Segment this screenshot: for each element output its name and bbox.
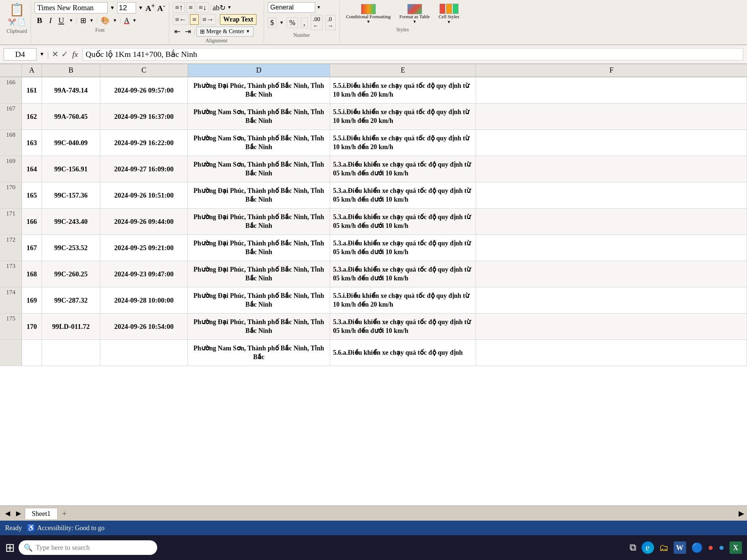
cell-f[interactable] [476, 261, 747, 287]
cell-b[interactable]: 99C-287.32 [42, 287, 100, 313]
cell-e[interactable]: 5.5.i.Điều khiển xe chạy quá tốc độ quy … [330, 287, 476, 313]
cell-f[interactable] [476, 340, 747, 366]
cell-d[interactable]: Phường Nam Sơn, Thành phố Bắc Ninh, Tỉnh… [188, 104, 330, 129]
cell-f[interactable] [476, 209, 747, 234]
cond-format-dropdown[interactable]: ▼ [366, 19, 370, 24]
cell-c[interactable]: 2024-09-26 09:44:00 [100, 209, 188, 234]
cell-d[interactable]: Phường Đại Phúc, Thành phố Bắc Ninh, Tỉn… [188, 314, 330, 339]
cell-f[interactable] [476, 77, 747, 103]
cell-c[interactable]: 2024-09-26 10:51:00 [100, 182, 188, 208]
cell-b[interactable]: 99C-260.25 [42, 261, 100, 287]
font-name-input[interactable] [35, 2, 108, 13]
cell-b[interactable]: 99C-040.09 [42, 130, 100, 156]
taskbar-edge-icon[interactable]: e [642, 541, 654, 554]
indent-increase-icon[interactable]: ⇥ [183, 26, 193, 36]
cell-b[interactable]: 99C-156.91 [42, 156, 100, 182]
cell-reference-input[interactable] [4, 48, 36, 61]
italic-button[interactable]: I [47, 15, 54, 26]
cell-c[interactable]: 2024-09-26 09:57:00 [100, 77, 188, 103]
formula-input[interactable] [82, 48, 743, 61]
copy-button[interactable]: 📄 [18, 18, 26, 26]
add-sheet-button[interactable]: + [59, 508, 70, 519]
taskbar-app1-icon[interactable]: 🔵 [691, 542, 703, 553]
cell-c[interactable]: 2024-09-29 16:37:00 [100, 104, 188, 129]
underline-button[interactable]: U [57, 15, 66, 26]
col-header-e[interactable]: E [330, 64, 476, 77]
orientation-dropdown-icon[interactable]: ▼ [227, 5, 232, 10]
underline-dropdown-icon[interactable]: ▼ [69, 18, 73, 23]
cell-b[interactable] [42, 340, 100, 366]
fill-color-button[interactable]: 🎨 [101, 16, 110, 25]
cell-b[interactable]: 99C-157.36 [42, 182, 100, 208]
cell-c[interactable]: 2024-09-26 10:54:00 [100, 314, 188, 339]
col-header-a[interactable]: A [22, 64, 42, 77]
orientation-button[interactable]: ab↻ [213, 3, 226, 12]
search-bar[interactable]: 🔍 Type here to search [19, 540, 157, 555]
scrollbar-right[interactable]: ▶ [739, 509, 744, 518]
font-color-button[interactable]: A [124, 16, 129, 25]
number-format-input[interactable] [268, 2, 315, 13]
cell-c[interactable]: 2024-09-28 10:00:00 [100, 287, 188, 313]
cell-a[interactable]: 163 [22, 130, 42, 156]
cell-d[interactable]: Phường Nam Sơn, Thành phố Bắc Ninh, Tỉnh… [188, 130, 330, 156]
cell-d[interactable]: Phường Đại Phúc, Thành phố Bắc Ninh, Tỉn… [188, 235, 330, 261]
cell-d[interactable]: Phường Đại Phúc, Thành phố Bắc Ninh, Tỉn… [188, 287, 330, 313]
increase-font-icon[interactable]: A+ [146, 2, 155, 13]
align-right-icon[interactable]: ≡→ [200, 14, 216, 25]
cell-d[interactable]: Phường Đại Phúc, Thành phố Bắc Ninh, Tỉn… [188, 77, 330, 103]
cell-b[interactable]: 99C-253.52 [42, 235, 100, 261]
cell-f[interactable] [476, 314, 747, 339]
align-center-icon[interactable]: ≡ [190, 14, 198, 25]
cancel-formula-icon[interactable]: ✕ [52, 50, 58, 59]
cell-d[interactable]: Phường Đại Phúc, Thành phố Bắc Ninh, Tỉn… [188, 261, 330, 287]
cell-f[interactable] [476, 182, 747, 208]
font-color-dropdown-icon[interactable]: ▼ [132, 18, 137, 23]
cell-a[interactable]: 169 [22, 287, 42, 313]
taskbar-word-icon[interactable]: W [674, 541, 686, 554]
cell-a[interactable]: 164 [22, 156, 42, 182]
cell-a[interactable]: 170 [22, 314, 42, 339]
cell-d[interactable]: Phường Nam Sơn, Thành phố Bắc Ninh, Tỉnh… [188, 340, 330, 366]
currency-button[interactable]: $ [268, 18, 276, 28]
cell-b[interactable]: 99LD-011.72 [42, 314, 100, 339]
cell-d[interactable]: Phường Đại Phúc, Thành phố Bắc Ninh, Tỉn… [188, 209, 330, 234]
format-table-dropdown[interactable]: ▼ [413, 19, 417, 24]
taskbar-task-view-icon[interactable]: ⧉ [630, 542, 636, 553]
paste-button[interactable]: 📋 [9, 2, 24, 17]
cell-c[interactable]: 2024-09-27 16:09:00 [100, 156, 188, 182]
cell-f[interactable] [476, 287, 747, 313]
indent-decrease-icon[interactable]: ⇤ [173, 26, 182, 36]
wrap-text-button[interactable]: Wrap Text [220, 14, 256, 25]
increase-decimal-button[interactable]: .00← [311, 15, 322, 30]
decrease-decimal-button[interactable]: .0→ [325, 15, 336, 30]
font-size-input[interactable] [117, 2, 136, 13]
col-header-f[interactable]: F [476, 64, 747, 77]
cell-e[interactable]: 5.6.a.Điều khiển xe chạy quá tốc độ quy … [330, 340, 476, 366]
cell-e[interactable]: 5.5.i.Điều khiển xe chạy quá tốc độ quy … [330, 77, 476, 103]
cell-c[interactable]: 2024-09-25 09:21:00 [100, 235, 188, 261]
cell-a[interactable]: 166 [22, 209, 42, 234]
cell-a[interactable]: 167 [22, 235, 42, 261]
merge-center-button[interactable]: ⊞ Merge & Center ▼ [197, 27, 253, 36]
sheet-tab-sheet1[interactable]: Sheet1 [25, 508, 58, 519]
name-box-dropdown[interactable]: ▼ [39, 51, 44, 57]
align-left-icon[interactable]: ≡← [173, 14, 189, 25]
cell-c[interactable] [100, 340, 188, 366]
cell-a[interactable]: 162 [22, 104, 42, 129]
cell-a[interactable] [22, 340, 42, 366]
cell-f[interactable] [476, 130, 747, 156]
col-header-b[interactable]: B [42, 64, 100, 77]
cell-f[interactable] [476, 156, 747, 182]
cell-b[interactable]: 99C-243.40 [42, 209, 100, 234]
start-button[interactable]: ⊞ [5, 541, 15, 555]
cell-a[interactable]: 165 [22, 182, 42, 208]
percent-button[interactable]: % [287, 18, 298, 28]
cell-c[interactable]: 2024-09-23 09:47:00 [100, 261, 188, 287]
taskbar-excel-icon[interactable]: X [729, 541, 742, 554]
cell-c[interactable]: 2024-09-29 16:22:00 [100, 130, 188, 156]
cell-styles-dropdown[interactable]: ▼ [447, 20, 451, 24]
taskbar-files-icon[interactable]: 🗂 [659, 542, 669, 553]
confirm-formula-icon[interactable]: ✓ [61, 50, 68, 59]
border-dropdown-icon[interactable]: ▼ [89, 18, 94, 23]
next-sheet-button[interactable]: ▶ [14, 509, 23, 518]
